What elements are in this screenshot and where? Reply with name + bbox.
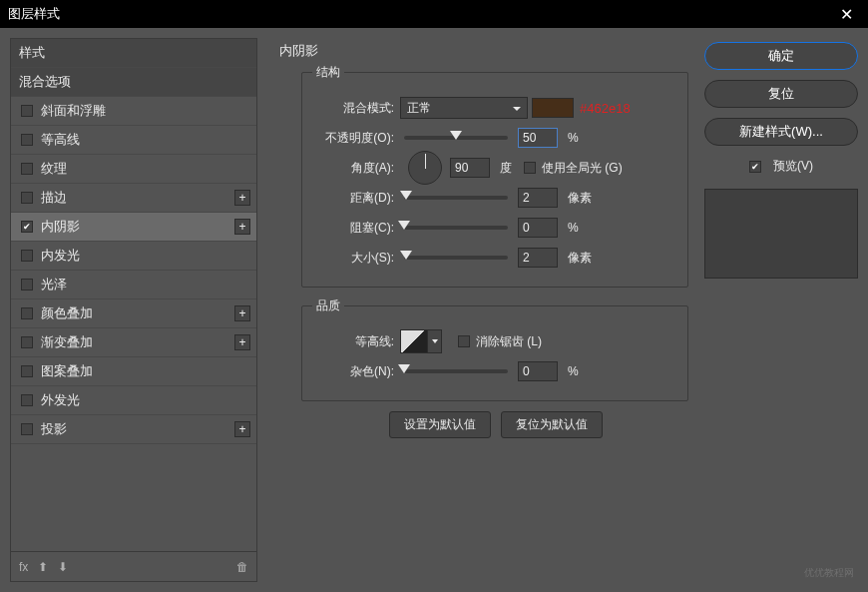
global-light-checkbox[interactable] <box>524 162 536 174</box>
sidebar-checkbox[interactable] <box>21 394 33 406</box>
angle-label: 角度(A): <box>312 160 400 177</box>
blend-mode-select[interactable]: 正常 <box>400 97 528 119</box>
sidebar-item-3[interactable]: 描边+ <box>11 184 256 213</box>
opacity-slider[interactable] <box>404 136 508 140</box>
opacity-input[interactable]: 50 <box>518 128 558 148</box>
sidebar-header-blend[interactable]: 混合选项 <box>11 68 256 97</box>
settings-panel: 内阴影 结构 混合模式: 正常 #462e18 不透明度(O): 50 % 角度… <box>261 38 694 582</box>
sidebar-item-label: 渐变叠加 <box>41 333 93 351</box>
sidebar-checkbox[interactable] <box>21 307 33 319</box>
structure-legend: 结构 <box>312 64 344 81</box>
sidebar-item-7[interactable]: 颜色叠加+ <box>11 299 256 328</box>
sidebar-checkbox[interactable] <box>21 192 33 204</box>
sidebar-item-label: 斜面和浮雕 <box>41 102 106 120</box>
color-swatch[interactable] <box>532 98 574 118</box>
contour-label: 等高线: <box>312 333 400 350</box>
sidebar-item-label: 内阴影 <box>41 218 80 236</box>
reset-default-button[interactable]: 复位为默认值 <box>501 411 603 438</box>
sidebar-item-label: 投影 <box>41 420 67 438</box>
sidebar-item-label: 纹理 <box>41 160 67 178</box>
sidebar-item-label: 描边 <box>41 189 67 207</box>
distance-input[interactable]: 2 <box>518 188 558 208</box>
contour-picker[interactable] <box>400 329 428 353</box>
new-style-button[interactable]: 新建样式(W)... <box>704 118 858 146</box>
sidebar-checkbox[interactable] <box>21 336 33 348</box>
plus-icon[interactable]: + <box>234 305 250 321</box>
sidebar-item-5[interactable]: 内发光 <box>11 242 256 271</box>
plus-icon[interactable]: + <box>234 334 250 350</box>
opacity-label: 不透明度(O): <box>312 130 400 147</box>
trash-icon[interactable]: 🗑 <box>236 560 248 574</box>
sidebar-item-label: 外发光 <box>41 391 80 409</box>
sidebar-checkbox[interactable] <box>21 105 33 117</box>
sidebar-item-9[interactable]: 图案叠加 <box>11 357 256 386</box>
sidebar-item-11[interactable]: 投影+ <box>11 415 256 444</box>
contour-dropdown-icon[interactable] <box>428 329 442 353</box>
styles-sidebar: 样式混合选项斜面和浮雕等高线纹理描边+内阴影+内发光光泽颜色叠加+渐变叠加+图案… <box>10 38 257 582</box>
size-label: 大小(S): <box>312 250 400 267</box>
global-light-label: 使用全局光 (G) <box>542 160 623 177</box>
color-hex-annotation: #462e18 <box>580 101 631 116</box>
sidebar-checkbox[interactable] <box>21 423 33 435</box>
reset-button[interactable]: 复位 <box>704 80 858 108</box>
sidebar-checkbox[interactable] <box>21 250 33 262</box>
sidebar-checkbox[interactable] <box>21 221 33 233</box>
sidebar-item-0[interactable]: 斜面和浮雕 <box>11 97 256 126</box>
noise-slider[interactable] <box>404 369 508 373</box>
plus-icon[interactable]: + <box>234 190 250 206</box>
preview-box <box>704 189 858 279</box>
sidebar-checkbox[interactable] <box>21 279 33 291</box>
angle-input[interactable]: 90 <box>450 158 490 178</box>
sidebar-item-label: 等高线 <box>41 131 80 149</box>
arrow-up-icon[interactable]: ⬆ <box>38 560 48 574</box>
sidebar-item-label: 颜色叠加 <box>41 304 93 322</box>
noise-input[interactable]: 0 <box>518 361 558 381</box>
preview-checkbox[interactable] <box>749 161 761 173</box>
action-column: 确定 复位 新建样式(W)... 预览(V) 优优教程网 <box>698 38 858 582</box>
plus-icon[interactable]: + <box>234 219 250 235</box>
watermark: 优优教程网 <box>704 560 858 582</box>
fx-icon[interactable]: fx <box>19 560 28 574</box>
choke-input[interactable]: 0 <box>518 218 558 238</box>
antialias-label: 消除锯齿 (L) <box>476 333 542 350</box>
angle-dial[interactable] <box>408 151 442 185</box>
distance-slider[interactable] <box>404 196 508 200</box>
sidebar-item-1[interactable]: 等高线 <box>11 126 256 155</box>
close-icon[interactable]: ✕ <box>832 0 860 28</box>
distance-label: 距离(D): <box>312 190 400 207</box>
noise-label: 杂色(N): <box>312 363 400 380</box>
size-slider[interactable] <box>404 256 508 260</box>
structure-group: 结构 混合模式: 正常 #462e18 不透明度(O): 50 % 角度(A): <box>301 64 688 288</box>
sidebar-header-styles[interactable]: 样式 <box>11 39 256 68</box>
sidebar-checkbox[interactable] <box>21 134 33 146</box>
arrow-down-icon[interactable]: ⬇ <box>58 560 68 574</box>
preview-label: 预览(V) <box>773 158 813 175</box>
quality-legend: 品质 <box>312 297 344 314</box>
sidebar-item-label: 图案叠加 <box>41 362 93 380</box>
ok-button[interactable]: 确定 <box>704 42 858 70</box>
sidebar-item-label: 光泽 <box>41 276 67 294</box>
sidebar-checkbox[interactable] <box>21 163 33 175</box>
make-default-button[interactable]: 设置为默认值 <box>389 411 491 438</box>
antialias-checkbox[interactable] <box>458 335 470 347</box>
sidebar-item-6[interactable]: 光泽 <box>11 271 256 299</box>
sidebar-item-10[interactable]: 外发光 <box>11 386 256 415</box>
sidebar-item-4[interactable]: 内阴影+ <box>11 213 256 242</box>
dialog-title: 图层样式 <box>8 5 60 23</box>
sidebar-item-8[interactable]: 渐变叠加+ <box>11 328 256 357</box>
sidebar-item-2[interactable]: 纹理 <box>11 155 256 184</box>
quality-group: 品质 等高线: 消除锯齿 (L) 杂色(N): 0 % <box>301 297 688 401</box>
choke-label: 阻塞(C): <box>312 220 400 237</box>
size-input[interactable]: 2 <box>518 248 558 268</box>
titlebar: 图层样式 ✕ <box>0 0 868 28</box>
panel-title: 内阴影 <box>279 42 688 60</box>
blend-mode-label: 混合模式: <box>312 100 400 117</box>
choke-slider[interactable] <box>404 226 508 230</box>
plus-icon[interactable]: + <box>234 421 250 437</box>
sidebar-checkbox[interactable] <box>21 365 33 377</box>
sidebar-item-label: 内发光 <box>41 247 80 265</box>
